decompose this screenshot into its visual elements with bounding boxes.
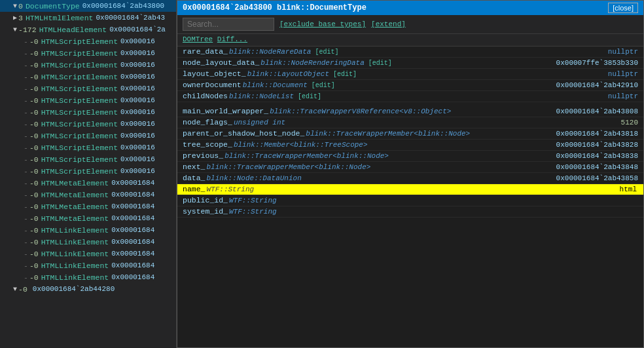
tree-addr: 0x000016 [120, 49, 155, 57]
tree-row[interactable]: - -0 HTMLLinkElement0x00001684 [0, 260, 176, 271]
prop-type: blink::NodeRareData [229, 48, 311, 56]
tree-row[interactable]: ▼ -0 0x00001684`2ab44280 [0, 283, 176, 295]
tree-arrow: - [24, 37, 28, 46]
tree-tag: DocumentType [26, 2, 80, 10]
prop-name: tree_scope_ [183, 140, 232, 149]
tree-row[interactable]: - -0 HTMLScriptElement0x000016 [0, 118, 176, 130]
tree-row[interactable]: - -0 HTMLMetaElement0x00001684 [0, 177, 176, 189]
tree-addr: 0x000016 [120, 96, 155, 104]
tree-num: -0 [29, 167, 39, 176]
tree-addr: 0x00001684 [111, 203, 154, 210]
prop-type: WTF::String [229, 197, 277, 204]
tree-row[interactable]: - -0 HTMLLinkElement0x00001684 [0, 236, 176, 248]
prop-value: html [618, 185, 638, 193]
prop-name: public_id_ [183, 196, 228, 204]
tree-row[interactable]: - -0 HTMLMetaElement0x00001684 [0, 201, 176, 212]
tree-tag: HTMLLinkElement [41, 226, 109, 235]
domtree-row: DOMTree Diff... [177, 34, 643, 47]
tree-arrow: - [24, 191, 28, 199]
search-bar: [exclude base types] [extend] [177, 15, 643, 34]
tree-row[interactable]: ▼ 0 DocumentType0x00001684`2ab43800 [0, 0, 176, 12]
prop-type: blink::TraceWrapperMember<blink::Node> [224, 152, 389, 160]
prop-name: system_id_ [183, 207, 228, 216]
tree-num: -0 [18, 285, 27, 294]
tree-row[interactable]: - -0 HTMLScriptElement0x000016 [0, 83, 176, 94]
tree-num: -0 [29, 226, 39, 235]
tree-row[interactable]: - -0 HTMLScriptElement0x000016 [0, 130, 176, 142]
tree-row[interactable]: - -0 HTMLMetaElement0x00001684 [0, 189, 176, 201]
tree-tag: HTMLScriptElement [41, 96, 118, 105]
prop-edit-link[interactable]: [edit] [312, 82, 335, 89]
prop-row: public_id_ WTF::String [177, 195, 643, 206]
tree-arrow: - [24, 49, 28, 58]
prop-type: blink::NodeList [229, 92, 294, 100]
tree-addr: 0x000016 [120, 155, 155, 163]
prop-value: nullptr [608, 70, 638, 78]
prop-name: node_layout_data_ [183, 58, 259, 67]
tree-row[interactable]: - -0 HTMLScriptElement0x000016 [0, 35, 176, 47]
prop-edit-link[interactable]: [edit] [333, 71, 357, 78]
tree-arrow: - [24, 167, 28, 176]
tree-tag: HTMLScriptElement [41, 108, 118, 117]
tree-tag: HTMLScriptElement [41, 167, 118, 176]
tree-arrow: - [24, 179, 28, 187]
tree-arrow: - [24, 73, 28, 81]
exclude-types-link[interactable]: [exclude base types] [279, 20, 366, 28]
prop-name: name_ [183, 185, 206, 193]
tree-row[interactable]: - -0 HTMLLinkElement0x00001684 [0, 271, 176, 283]
tree-arrow: ▼ [13, 3, 17, 10]
tree-num: -0 [29, 61, 39, 69]
tree-addr: 0x00001684`2ab43800 [82, 2, 164, 10]
tree-num: -0 [29, 73, 39, 81]
tree-tag: HTMLMetaElement [41, 191, 109, 199]
domtree-link[interactable]: DOMTree [183, 35, 213, 43]
prop-edit-link[interactable]: [edit] [298, 93, 321, 100]
tree-num: -0 [29, 273, 39, 282]
tree-num: -0 [29, 96, 39, 105]
prop-row: name_ WTF::Stringhtml [177, 184, 643, 195]
tree-row[interactable]: - -0 HTMLLinkElement0x00001684 [0, 248, 176, 260]
prop-type: blink::Node::DataUnion [207, 174, 302, 182]
prop-edit-link[interactable]: [edit] [368, 60, 392, 67]
close-button[interactable]: [close] [608, 3, 638, 13]
prop-name: parent_or_shadow_host_node_ [183, 129, 304, 138]
tree-addr: 0x000016 [120, 73, 155, 81]
tree-row[interactable]: - -0 HTMLScriptElement0x000016 [0, 47, 176, 59]
tree-num: -0 [29, 120, 39, 128]
tree-row[interactable]: - -0 HTMLScriptElement0x000016 [0, 94, 176, 106]
tree-row[interactable]: - -0 HTMLScriptElement0x000016 [0, 71, 176, 83]
tree-arrow: - [24, 85, 28, 93]
tree-row[interactable]: ▼ -172 HTMLHeadElement0x00001684`2a [0, 24, 176, 35]
prop-name: layout_object_ [183, 69, 246, 78]
prop-row: data_ blink::Node::DataUnion0x00001684`2… [177, 173, 643, 184]
tree-arrow: - [24, 132, 28, 140]
tree-tag: HTMLLinkElement [41, 273, 109, 282]
tree-arrow: - [24, 250, 28, 258]
tree-addr: 0x00001684 [111, 191, 154, 199]
tree-row[interactable]: - -0 HTMLLinkElement0x00001684 [0, 224, 176, 236]
tree-tag: HTMLMetaElement [41, 214, 109, 223]
tree-row[interactable]: - -0 HTMLScriptElement0x000016 [0, 165, 176, 177]
tree-tag: HTMLLinkElement [41, 250, 109, 258]
diff-link[interactable]: Diff... [217, 35, 247, 43]
tree-row[interactable]: - -0 HTMLScriptElement0x000016 [0, 59, 176, 71]
prop-name: previous_ [183, 151, 223, 160]
prop-type: blink::NodeRenderingData [260, 59, 364, 67]
extend-link[interactable]: [extend] [371, 20, 406, 28]
tree-num: -0 [29, 191, 39, 199]
prop-edit-link[interactable]: [edit] [315, 48, 338, 56]
tree-row[interactable]: - -0 HTMLMetaElement0x00001684 [0, 212, 176, 224]
tree-addr: 0x00001684`2ab44280 [33, 285, 115, 293]
prop-type: blink::TraceWrapperV8Reference<v8::Objec… [270, 107, 451, 115]
tree-num: -0 [29, 250, 39, 258]
tree-arrow: - [24, 144, 28, 152]
tree-row[interactable]: ▶ 3 HTMLHtmlElement0x00001684`2ab43 [0, 12, 176, 24]
tree-row[interactable]: - -0 HTMLScriptElement0x000016 [0, 153, 176, 165]
tree-row[interactable]: - -0 HTMLScriptElement0x000016 [0, 106, 176, 118]
tree-arrow: ▶ [13, 14, 17, 22]
tree-row[interactable]: - -0 HTMLScriptElement0x000016 [0, 142, 176, 153]
search-input[interactable] [183, 18, 274, 31]
prop-name: node_flags_ [183, 118, 232, 126]
prop-row: node_flags_ unsigned int5120 [177, 117, 643, 128]
prop-name: rare_data_ [183, 47, 228, 56]
